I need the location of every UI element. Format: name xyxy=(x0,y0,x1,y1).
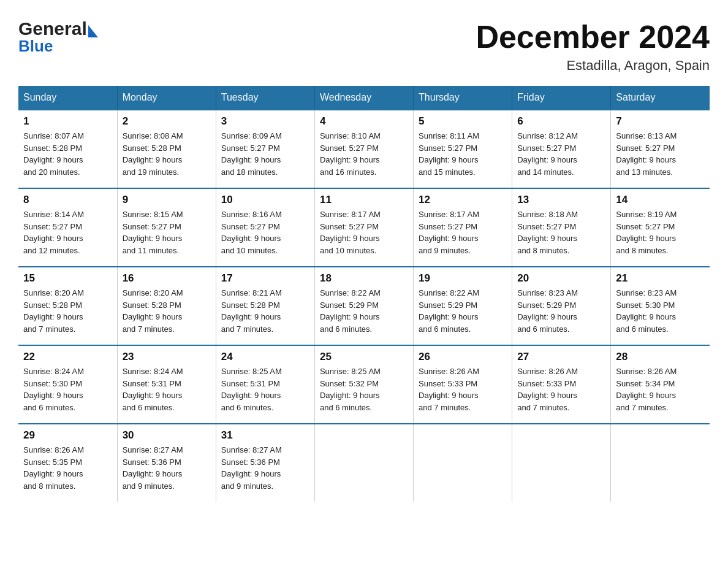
day-number: 12 xyxy=(419,194,507,206)
day-cell: 30Sunrise: 8:27 AMSunset: 5:36 PMDayligh… xyxy=(117,424,216,502)
day-number: 23 xyxy=(123,351,211,363)
day-cell: 20Sunrise: 8:23 AMSunset: 5:29 PMDayligh… xyxy=(512,267,611,345)
day-number: 18 xyxy=(320,272,408,285)
day-info: Sunrise: 8:24 AMSunset: 5:31 PMDaylight:… xyxy=(123,366,211,413)
column-header-thursday: Thursday xyxy=(414,86,512,110)
day-info: Sunrise: 8:21 AMSunset: 5:28 PMDaylight:… xyxy=(221,287,309,335)
column-header-monday: Monday xyxy=(117,86,216,110)
day-number: 17 xyxy=(221,272,309,285)
day-number: 19 xyxy=(419,272,507,285)
day-cell: 13Sunrise: 8:18 AMSunset: 5:27 PMDayligh… xyxy=(512,188,611,267)
day-cell xyxy=(512,424,611,502)
day-cell: 12Sunrise: 8:17 AMSunset: 5:27 PMDayligh… xyxy=(414,188,512,267)
day-number: 24 xyxy=(221,351,309,363)
day-cell: 16Sunrise: 8:20 AMSunset: 5:28 PMDayligh… xyxy=(117,267,216,345)
day-info: Sunrise: 8:14 AMSunset: 5:27 PMDaylight:… xyxy=(23,209,112,256)
page-subtitle: Estadilla, Aragon, Spain xyxy=(476,58,710,74)
day-number: 25 xyxy=(320,351,408,363)
column-header-friday: Friday xyxy=(512,86,611,110)
title-block: December 2024 Estadilla, Aragon, Spain xyxy=(476,18,710,74)
day-info: Sunrise: 8:07 AMSunset: 5:28 PMDaylight:… xyxy=(23,130,112,178)
week-row-1: 1Sunrise: 8:07 AMSunset: 5:28 PMDaylight… xyxy=(18,110,710,188)
day-number: 8 xyxy=(23,194,112,206)
day-cell: 27Sunrise: 8:26 AMSunset: 5:33 PMDayligh… xyxy=(512,345,611,424)
day-number: 4 xyxy=(320,115,408,128)
logo: General Blue xyxy=(18,18,98,56)
day-info: Sunrise: 8:27 AMSunset: 5:36 PMDaylight:… xyxy=(221,444,309,492)
day-info: Sunrise: 8:18 AMSunset: 5:27 PMDaylight:… xyxy=(517,209,605,256)
day-cell: 6Sunrise: 8:12 AMSunset: 5:27 PMDaylight… xyxy=(512,110,611,188)
day-number: 13 xyxy=(517,194,605,206)
column-header-tuesday: Tuesday xyxy=(216,86,314,110)
day-number: 20 xyxy=(517,272,605,285)
day-cell: 14Sunrise: 8:19 AMSunset: 5:27 PMDayligh… xyxy=(611,188,710,267)
day-cell: 5Sunrise: 8:11 AMSunset: 5:27 PMDaylight… xyxy=(414,110,512,188)
day-cell: 2Sunrise: 8:08 AMSunset: 5:28 PMDaylight… xyxy=(117,110,216,188)
day-info: Sunrise: 8:26 AMSunset: 5:33 PMDaylight:… xyxy=(419,366,507,413)
day-info: Sunrise: 8:17 AMSunset: 5:27 PMDaylight:… xyxy=(419,209,507,256)
day-cell: 21Sunrise: 8:23 AMSunset: 5:30 PMDayligh… xyxy=(611,267,710,345)
day-number: 11 xyxy=(320,194,408,206)
day-number: 3 xyxy=(221,115,309,128)
day-info: Sunrise: 8:22 AMSunset: 5:29 PMDaylight:… xyxy=(320,287,408,335)
day-cell: 11Sunrise: 8:17 AMSunset: 5:27 PMDayligh… xyxy=(314,188,413,267)
day-number: 22 xyxy=(23,351,112,363)
day-number: 10 xyxy=(221,194,309,206)
calendar-table: SundayMondayTuesdayWednesdayThursdayFrid… xyxy=(18,86,710,502)
day-cell: 17Sunrise: 8:21 AMSunset: 5:28 PMDayligh… xyxy=(216,267,314,345)
day-number: 28 xyxy=(616,351,705,363)
day-info: Sunrise: 8:19 AMSunset: 5:27 PMDaylight:… xyxy=(616,209,705,256)
day-number: 9 xyxy=(123,194,211,206)
day-info: Sunrise: 8:20 AMSunset: 5:28 PMDaylight:… xyxy=(123,287,211,335)
day-info: Sunrise: 8:25 AMSunset: 5:32 PMDaylight:… xyxy=(320,366,408,413)
day-cell xyxy=(314,424,413,502)
day-info: Sunrise: 8:10 AMSunset: 5:27 PMDaylight:… xyxy=(320,130,408,178)
day-number: 21 xyxy=(616,272,705,285)
day-number: 1 xyxy=(23,115,112,128)
day-number: 30 xyxy=(123,429,211,442)
day-cell: 10Sunrise: 8:16 AMSunset: 5:27 PMDayligh… xyxy=(216,188,314,267)
day-number: 5 xyxy=(419,115,507,128)
logo-line1: General xyxy=(18,18,98,39)
day-number: 26 xyxy=(419,351,507,363)
day-info: Sunrise: 8:23 AMSunset: 5:30 PMDaylight:… xyxy=(616,287,705,335)
day-cell: 25Sunrise: 8:25 AMSunset: 5:32 PMDayligh… xyxy=(314,345,413,424)
day-cell: 4Sunrise: 8:10 AMSunset: 5:27 PMDaylight… xyxy=(314,110,413,188)
logo-triangle-icon xyxy=(88,25,98,37)
day-number: 15 xyxy=(23,272,112,285)
day-number: 2 xyxy=(123,115,211,128)
column-header-wednesday: Wednesday xyxy=(314,86,413,110)
day-cell: 24Sunrise: 8:25 AMSunset: 5:31 PMDayligh… xyxy=(216,345,314,424)
day-cell: 28Sunrise: 8:26 AMSunset: 5:34 PMDayligh… xyxy=(611,345,710,424)
day-number: 31 xyxy=(221,429,309,442)
logo-general-text: General xyxy=(18,18,87,39)
day-cell xyxy=(611,424,710,502)
day-cell: 9Sunrise: 8:15 AMSunset: 5:27 PMDaylight… xyxy=(117,188,216,267)
day-info: Sunrise: 8:24 AMSunset: 5:30 PMDaylight:… xyxy=(23,366,112,413)
day-info: Sunrise: 8:26 AMSunset: 5:35 PMDaylight:… xyxy=(23,444,112,492)
day-cell: 18Sunrise: 8:22 AMSunset: 5:29 PMDayligh… xyxy=(314,267,413,345)
day-number: 27 xyxy=(517,351,605,363)
day-info: Sunrise: 8:09 AMSunset: 5:27 PMDaylight:… xyxy=(221,130,309,178)
day-info: Sunrise: 8:12 AMSunset: 5:27 PMDaylight:… xyxy=(517,130,605,178)
day-info: Sunrise: 8:25 AMSunset: 5:31 PMDaylight:… xyxy=(221,366,309,413)
day-number: 6 xyxy=(517,115,605,128)
day-cell: 15Sunrise: 8:20 AMSunset: 5:28 PMDayligh… xyxy=(18,267,117,345)
day-info: Sunrise: 8:08 AMSunset: 5:28 PMDaylight:… xyxy=(123,130,211,178)
page-header: General Blue December 2024 Estadilla, Ar… xyxy=(18,18,710,74)
day-cell xyxy=(414,424,512,502)
day-cell: 3Sunrise: 8:09 AMSunset: 5:27 PMDaylight… xyxy=(216,110,314,188)
day-info: Sunrise: 8:23 AMSunset: 5:29 PMDaylight:… xyxy=(517,287,605,335)
day-cell: 26Sunrise: 8:26 AMSunset: 5:33 PMDayligh… xyxy=(414,345,512,424)
logo-blue-text: Blue xyxy=(18,37,98,56)
day-number: 29 xyxy=(23,429,112,442)
week-row-4: 22Sunrise: 8:24 AMSunset: 5:30 PMDayligh… xyxy=(18,345,710,424)
day-cell: 19Sunrise: 8:22 AMSunset: 5:29 PMDayligh… xyxy=(414,267,512,345)
day-info: Sunrise: 8:16 AMSunset: 5:27 PMDaylight:… xyxy=(221,209,309,256)
day-cell: 1Sunrise: 8:07 AMSunset: 5:28 PMDaylight… xyxy=(18,110,117,188)
day-cell: 22Sunrise: 8:24 AMSunset: 5:30 PMDayligh… xyxy=(18,345,117,424)
day-info: Sunrise: 8:26 AMSunset: 5:34 PMDaylight:… xyxy=(616,366,705,413)
column-header-saturday: Saturday xyxy=(611,86,710,110)
day-info: Sunrise: 8:27 AMSunset: 5:36 PMDaylight:… xyxy=(123,444,211,492)
week-row-3: 15Sunrise: 8:20 AMSunset: 5:28 PMDayligh… xyxy=(18,267,710,345)
